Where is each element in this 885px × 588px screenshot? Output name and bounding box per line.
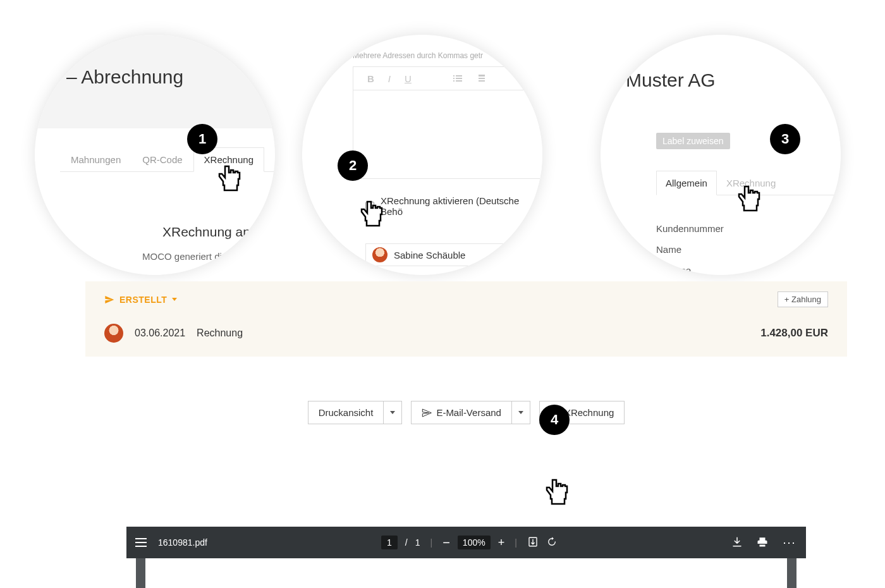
add-payment-button[interactable]: + Zahlung: [778, 291, 828, 307]
invoice-date: 03.06.2021: [135, 328, 185, 339]
avatar-icon: [372, 247, 388, 262]
detail-circle-2: Mehrere Adressen durch Kommas getr B I U…: [302, 35, 542, 275]
tab-allgemein[interactable]: Allgemein: [656, 171, 717, 195]
page-separator: /: [405, 537, 408, 548]
invoice-doc-type: Rechnung: [197, 328, 243, 339]
avatar-icon: [104, 324, 123, 343]
c1-title: – Abrechnung: [66, 35, 275, 88]
email-button[interactable]: E-Mail-Versand: [411, 401, 512, 424]
zoom-in-icon[interactable]: +: [498, 536, 505, 549]
badge-1: 1: [187, 124, 217, 154]
rotate-icon[interactable]: [546, 536, 558, 549]
c3-fields: Kundennummer Name Adresse: [656, 218, 834, 275]
action-row: Druckansicht E-Mail-Versand XRechnung: [85, 357, 847, 443]
c2-hint: Mehrere Adressen durch Kommas getr: [353, 51, 483, 60]
xrechnung-activate-row[interactable]: XRechnung aktivieren (Deutsche Behö: [365, 195, 536, 217]
underline-button[interactable]: U: [405, 73, 412, 84]
detail-circle-1: – Abrechnung Mahnungen QR-Code XRechnung…: [35, 35, 275, 275]
status-bar: ERSTELLT + Zahlung: [85, 281, 847, 317]
user-select[interactable]: Sabine Schäuble: [365, 243, 542, 266]
label-assign-button[interactable]: Label zuweisen: [656, 133, 730, 149]
editor-toolbar: B I U: [353, 66, 542, 90]
page-current[interactable]: 1: [381, 536, 398, 549]
chevron-down-icon: [172, 298, 177, 301]
badge-2: 2: [338, 150, 368, 181]
tab-mahnungen[interactable]: Mahnungen: [60, 147, 131, 171]
numbered-list-icon[interactable]: [476, 75, 485, 82]
email-button-group: E-Mail-Versand: [411, 401, 530, 424]
fit-page-icon[interactable]: [527, 536, 539, 549]
zoom-out-icon[interactable]: −: [442, 536, 450, 550]
pdf-filename: 1610981.pdf: [158, 537, 207, 548]
detail-circle-3: Muster AG Label zuweisen Allgemein XRech…: [601, 35, 841, 275]
c1-body-text: MOCO generiert die: [142, 251, 262, 262]
invoice-summary-row: 03.06.2021 Rechnung 1.428,00 EUR: [85, 317, 847, 357]
print-button-group: Druckansicht: [308, 401, 403, 424]
zoom-level[interactable]: 100%: [458, 536, 491, 549]
c1-body: XRechnung an MOCO generiert die: [136, 224, 262, 262]
editor-textarea[interactable]: [353, 90, 542, 179]
paper-plane-icon: [104, 295, 114, 305]
tab-qrcode[interactable]: QR-Code: [131, 147, 193, 171]
invoice-amount: 1.428,00 EUR: [760, 327, 828, 340]
print-icon[interactable]: [757, 536, 768, 549]
c1-tabs: Mahnungen QR-Code XRechnung: [60, 147, 275, 172]
status-label[interactable]: ERSTELLT: [104, 295, 177, 305]
xrechnung-checkbox-label: XRechnung aktivieren (Deutsche Behö: [381, 195, 536, 217]
menu-icon[interactable]: [135, 538, 147, 547]
cursor-icon: [215, 164, 243, 197]
bullet-list-icon[interactable]: [453, 75, 462, 82]
c1-header: – Abrechnung: [35, 35, 275, 128]
field-name: Name: [656, 239, 834, 260]
chevron-down-icon: [518, 411, 523, 414]
more-icon[interactable]: ⋮: [782, 537, 797, 548]
italic-button[interactable]: I: [388, 73, 391, 84]
paper-plane-icon: [422, 408, 432, 418]
download-icon[interactable]: [731, 536, 743, 549]
bold-button[interactable]: B: [367, 73, 374, 84]
pdf-page-preview: [136, 558, 796, 588]
cursor-icon: [357, 199, 385, 232]
pdf-viewer-toolbar: 1610981.pdf 1 / 1 | − 100% + | ⋮: [126, 527, 806, 558]
print-button[interactable]: Druckansicht: [308, 401, 384, 424]
user-name: Sabine Schäuble: [394, 250, 465, 260]
badge-3: 3: [770, 124, 800, 154]
c3-title: Muster AG: [626, 70, 716, 91]
cursor-icon: [542, 477, 570, 510]
print-dropdown[interactable]: [384, 401, 402, 424]
status-text: ERSTELLT: [119, 295, 167, 305]
badge-4: 4: [539, 405, 570, 435]
page-total: 1: [415, 537, 420, 548]
chevron-down-icon: [390, 411, 395, 414]
c1-body-title: XRechnung an: [162, 224, 262, 240]
cursor-icon: [735, 184, 762, 217]
field-address: Adresse: [656, 260, 834, 275]
invoice-panel: ERSTELLT + Zahlung 03.06.2021 Rechnung 1…: [85, 281, 847, 443]
field-customer-number: Kundennummer: [656, 218, 834, 239]
email-dropdown[interactable]: [512, 401, 530, 424]
